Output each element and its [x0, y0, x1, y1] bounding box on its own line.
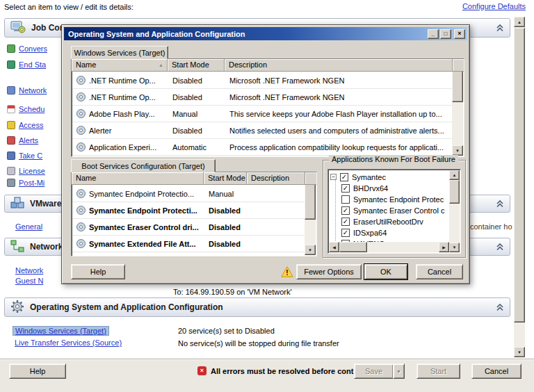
job-configuration-icon	[10, 20, 26, 35]
tree-item-row[interactable]: Symantec Endpoint Protec	[341, 194, 444, 204]
collapse-chevron-icon[interactable]	[496, 243, 504, 251]
scroll-left-icon[interactable]: ◀	[329, 242, 339, 252]
tree-item-label[interactable]: Symantec	[352, 173, 386, 181]
scroll-down-icon[interactable]: ▼	[305, 245, 316, 255]
page-scrollbar-thumb[interactable]	[514, 28, 525, 322]
help-button[interactable]: Help	[9, 364, 66, 379]
column-header-description[interactable]: Description	[247, 172, 305, 185]
checkbox[interactable]: ✓	[341, 218, 350, 226]
vmware-icon	[10, 197, 24, 211]
checkbox-symantec[interactable]: ✓	[340, 173, 348, 181]
fewer-options-button[interactable]: Fewer Options	[296, 264, 362, 279]
tab-label: Windows Services (Target)	[74, 49, 165, 57]
tree-item-label[interactable]: Symantec Endpoint Protec	[353, 195, 444, 204]
tree-root-row[interactable]: − ✓ Symantec	[330, 172, 386, 182]
ok-button[interactable]: OK	[364, 264, 407, 279]
tree-item-row[interactable]: ✓ EraserUtilRebootDrv	[341, 216, 423, 227]
tree-item-label[interactable]: EraserUtilRebootDrv	[353, 218, 423, 226]
checkbox[interactable]: ✓	[341, 184, 350, 193]
sidebar-link-access[interactable]: Access	[19, 121, 43, 129]
table-row[interactable]: Symantec Endpoint Protectio... Manual	[72, 186, 305, 202]
cell-description: This service keeps your Adobe Flash Play…	[225, 110, 452, 118]
scroll-down-icon[interactable]: ▼	[514, 347, 525, 357]
scrollbar-thumb[interactable]	[452, 70, 463, 102]
network-link[interactable]: Network	[15, 266, 43, 275]
scroll-up-icon[interactable]: ▲	[514, 17, 525, 27]
windows-services-table: Name▲ Start Mode Description .NET Runtim…	[71, 58, 464, 157]
sidebar-link-schedule[interactable]: Schedu	[19, 105, 44, 113]
table-row[interactable]: Symantec Endpoint Protecti... Disabled	[72, 202, 305, 219]
sidebar-link-alerts[interactable]: Alerts	[19, 136, 38, 145]
tree-collapse-icon[interactable]: −	[330, 174, 337, 180]
column-header-start-mode[interactable]: Start Mode	[204, 172, 247, 185]
column-header-name[interactable]: Name▲	[72, 59, 168, 72]
service-gear-icon	[76, 239, 86, 248]
scrollbar-vertical[interactable]: ▲ ▼	[305, 173, 316, 255]
table-row[interactable]: Symantec Extended File Att... Disabled	[72, 236, 305, 252]
error-icon: ×	[197, 366, 207, 375]
scrollbar-thumb[interactable]	[449, 180, 460, 204]
cell-start-mode: Disabled	[204, 206, 248, 215]
scrollbar-thumb[interactable]	[305, 183, 316, 220]
checkbox[interactable]	[341, 195, 350, 204]
windows-services-link[interactable]: Windows Services (Target)	[13, 326, 109, 336]
configure-defaults-link[interactable]: Configure Defaults	[462, 2, 526, 10]
checkbox[interactable]: ✓	[341, 229, 350, 237]
start-button[interactable]: Start	[416, 364, 460, 379]
conversion-icon	[7, 44, 15, 53]
sidebar-link-take-control[interactable]: Take C	[19, 152, 42, 160]
guest-nic-link[interactable]: Guest N	[15, 277, 43, 285]
tab-boot-services[interactable]: Boot Services Configuration (Target)	[71, 159, 216, 172]
footer-bar: Help × All errors must be resolved befor…	[0, 359, 534, 392]
checkbox[interactable]: ✓	[341, 206, 350, 215]
tab-windows-services[interactable]: Windows Services (Target)	[71, 46, 168, 59]
scroll-up-icon[interactable]: ▲	[449, 170, 460, 180]
save-dropdown-button[interactable]: ▼	[393, 364, 405, 379]
tree-item-row[interactable]: ✓ IDSxpa64	[341, 227, 387, 238]
sidebar-link-post-migration[interactable]: Post-Mi	[19, 179, 44, 187]
dialog-help-button[interactable]: Help	[71, 264, 125, 279]
table-row[interactable]: Adobe Flash Play... Manual This service …	[72, 106, 452, 122]
license-icon	[7, 167, 15, 175]
sidebar-link-end-states[interactable]: End Sta	[19, 60, 46, 69]
section-header-os-config[interactable]: Operating System and Application Configu…	[4, 297, 510, 317]
tree-item-label[interactable]: BHDrvx64	[353, 184, 388, 193]
general-link[interactable]: General	[15, 222, 42, 231]
page-scrollbar[interactable]: ▲ ▼	[514, 17, 525, 357]
cell-description: Process application compatibility lookup…	[225, 143, 452, 152]
collapse-chevron-icon[interactable]	[496, 200, 504, 208]
access-icon	[7, 121, 15, 129]
table-row[interactable]: .NET Runtime Op... Disabled Microsoft .N…	[72, 72, 452, 89]
scrollbar-vertical[interactable]: ▲ ▼	[452, 60, 463, 156]
cell-description: Microsoft .NET Framework NGEN	[225, 76, 452, 85]
table-row[interactable]: .NET Runtime Op... Disabled Microsoft .N…	[72, 89, 452, 106]
tree-item-label[interactable]: IDSxpa64	[353, 229, 387, 237]
scrollbar-thumb[interactable]	[339, 242, 367, 252]
collapse-chevron-icon[interactable]	[496, 304, 504, 311]
sidebar-link-network[interactable]: Network	[19, 86, 47, 95]
column-header-start-mode[interactable]: Start Mode	[168, 59, 225, 72]
sidebar-link-license[interactable]: License	[19, 167, 45, 175]
live-transfer-detail: No service(s) will be stopped during fil…	[178, 339, 339, 348]
dialog-cancel-button[interactable]: Cancel	[416, 264, 463, 279]
table-row[interactable]: Alerter Disabled Notifies selected users…	[72, 122, 452, 139]
table-row[interactable]: Symantec Eraser Control dri... Disabled	[72, 219, 305, 236]
scroll-down-icon[interactable]: ▼	[449, 243, 460, 252]
scrollbar-vertical[interactable]: ▲ ▼	[449, 170, 460, 252]
tree-item-label[interactable]: Symantec Eraser Control c	[353, 206, 444, 215]
scroll-right-icon[interactable]: ▶	[439, 242, 449, 252]
save-button[interactable]: Save	[354, 364, 394, 379]
tree-item-row[interactable]: ✓ BHDrvx64	[341, 183, 388, 193]
table-row[interactable]: Application Experi... Automatic Process …	[72, 139, 452, 156]
cancel-button[interactable]: Cancel	[471, 364, 521, 379]
windows-services-detail: 20 service(s) set to Disabled	[178, 327, 275, 335]
collapse-chevron-icon[interactable]	[496, 24, 504, 32]
tree-item-row[interactable]: ✓ Symantec Eraser Control c	[341, 205, 444, 215]
live-transfer-services-link[interactable]: Live Transfer Services (Source)	[15, 338, 122, 347]
column-header-description[interactable]: Description	[225, 59, 453, 72]
scrollbar-horizontal[interactable]: ◀ ▶	[329, 242, 449, 252]
sidebar-link-conversion[interactable]: Convers	[19, 44, 47, 53]
scroll-down-icon[interactable]: ▼	[452, 145, 463, 156]
service-gear-icon	[76, 92, 86, 101]
column-header-name[interactable]: Name	[72, 172, 204, 185]
